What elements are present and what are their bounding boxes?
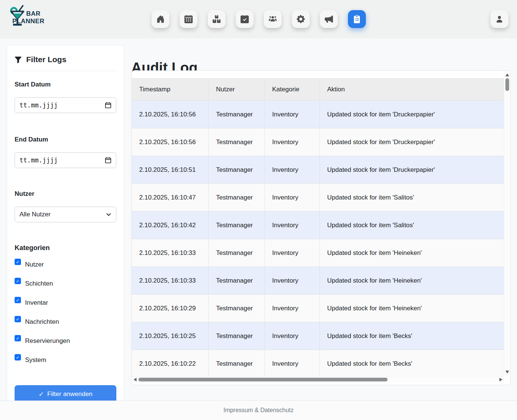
table-row: 2.10.2025, 16:10:42TestmanagerInventoryU… (132, 211, 504, 239)
cell-timestamp: 2.10.2025, 16:10:29 (132, 295, 208, 322)
gear-icon (297, 15, 305, 23)
cell-nutzer: Testmanager (208, 267, 264, 295)
cell-aktion: Updated stock for item 'Druckerpapier' (319, 101, 504, 128)
table-row: 2.10.2025, 16:10:25TestmanagerInventoryU… (132, 322, 504, 350)
category-row-reservierungen[interactable]: Reservierungen (15, 335, 116, 345)
nav-settings-button[interactable] (292, 10, 310, 28)
brand-line1: BAR (26, 10, 40, 17)
audit-log-card: TimestampNutzerKategorieAktion 2.10.2025… (131, 70, 511, 385)
nav-team-button[interactable] (264, 10, 282, 28)
nav-home-button[interactable] (152, 10, 169, 28)
cell-kategorie: Inventory (264, 350, 319, 378)
chevron-down-icon (106, 212, 111, 217)
nav-announcements-button[interactable] (320, 10, 338, 28)
category-row-nachrichten[interactable]: Nachrichten (15, 316, 116, 326)
cell-timestamp: 2.10.2025, 16:10:25 (132, 322, 208, 350)
checkbox-label: Nachrichten (25, 316, 59, 326)
categories-label: Kategorien (15, 244, 116, 252)
cell-aktion: Updated stock for item 'Druckerpapier' (319, 128, 504, 156)
category-row-schichten[interactable]: Schichten (15, 278, 116, 287)
cell-kategorie: Inventory (264, 239, 319, 267)
scroll-down-arrow[interactable] (505, 371, 509, 374)
vertical-scrollbar[interactable] (504, 71, 510, 375)
column-header-timestamp: Timestamp (132, 79, 208, 101)
impressum-link[interactable]: Impressum & Datenschutz (0, 401, 517, 420)
checkbox-nachrichten[interactable] (15, 316, 21, 322)
cell-nutzer: Testmanager (208, 128, 264, 156)
cell-kategorie: Inventory (264, 211, 319, 239)
topbar: BAR PLANNER (0, 0, 517, 39)
checkbox-schichten[interactable] (15, 278, 21, 284)
cell-kategorie: Inventory (264, 184, 319, 211)
cell-kategorie: Inventory (264, 267, 319, 295)
cell-timestamp: 2.10.2025, 16:10:33 (132, 267, 208, 295)
category-row-nutzer[interactable]: Nutzer (15, 259, 116, 268)
cell-nutzer: Testmanager (208, 184, 264, 211)
category-row-system[interactable]: System (15, 354, 116, 364)
brand-line2: PLANNER (12, 18, 45, 25)
cell-nutzer: Testmanager (208, 239, 264, 267)
horizontal-scrollbar[interactable] (132, 376, 504, 382)
category-row-inventar[interactable]: Inventar (15, 297, 116, 307)
cell-aktion: Updated stock for item 'Salitos' (319, 211, 504, 239)
calendar-picker-icon[interactable] (105, 157, 111, 164)
scroll-right-arrow[interactable] (499, 378, 502, 381)
column-header-nutzer: Nutzer (208, 79, 264, 101)
cell-aktion: Updated stock for item 'Heineken' (319, 267, 504, 295)
cell-nutzer: Testmanager (208, 322, 264, 350)
start-date-label: Start Datum (15, 81, 116, 88)
cell-aktion: Updated stock for item 'Heineken' (319, 239, 504, 267)
cell-kategorie: Inventory (264, 295, 319, 322)
cell-nutzer: Testmanager (208, 350, 264, 378)
nav-calendar-button[interactable] (180, 10, 198, 28)
cell-timestamp: 2.10.2025, 16:10:33 (132, 239, 208, 267)
nav-inventory-button[interactable] (208, 10, 226, 28)
table-row: 2.10.2025, 16:10:56TestmanagerInventoryU… (132, 128, 504, 156)
cell-nutzer: Testmanager (208, 101, 264, 128)
end-date-input[interactable]: tt.mm.jjjj (15, 152, 116, 168)
cell-aktion: Updated stock for item 'Heineken' (319, 295, 504, 322)
horizontal-scroll-thumb[interactable] (138, 378, 388, 381)
checkbox-inventar[interactable] (15, 297, 21, 303)
nav-audit-log-button[interactable] (348, 10, 366, 28)
cell-nutzer: Testmanager (208, 211, 264, 239)
cell-timestamp: 2.10.2025, 16:10:51 (132, 156, 208, 184)
table-row: 2.10.2025, 16:10:22TestmanagerInventoryU… (132, 350, 504, 378)
table-row: 2.10.2025, 16:10:29TestmanagerInventoryU… (132, 295, 504, 322)
calendar-picker-icon[interactable] (105, 102, 111, 109)
cell-aktion: Updated stock for item 'Becks' (319, 322, 504, 350)
table-body: 2.10.2025, 16:10:56TestmanagerInventoryU… (132, 101, 504, 378)
calendar-check-icon (241, 15, 249, 23)
checkbox-reservierungen[interactable] (15, 335, 21, 341)
filter-sidebar: Filter Logs Start Datum tt.mm.jjjj End D… (7, 45, 124, 419)
checkbox-label: Reservierungen (25, 335, 70, 345)
cell-aktion: Updated stock for item 'Druckerpapier' (319, 156, 504, 184)
audit-log-table: TimestampNutzerKategorieAktion 2.10.2025… (132, 78, 504, 378)
divider (13, 71, 118, 71)
app-root: BAR PLANNER (0, 0, 517, 420)
scroll-up-arrow[interactable] (505, 73, 509, 76)
checkbox-nutzer[interactable] (15, 259, 21, 265)
start-date-placeholder: tt.mm.jjjj (19, 101, 105, 109)
table-row: 2.10.2025, 16:10:51TestmanagerInventoryU… (132, 156, 504, 184)
cell-aktion: Updated stock for item 'Salitos' (319, 184, 504, 211)
profile-button[interactable] (490, 10, 508, 28)
nav-tasks-button[interactable] (236, 10, 254, 28)
cell-kategorie: Inventory (264, 128, 319, 156)
vertical-scroll-thumb[interactable] (505, 78, 509, 91)
table-row: 2.10.2025, 16:10:56TestmanagerInventoryU… (132, 101, 504, 128)
user-select[interactable]: Alle Nutzer (15, 207, 116, 222)
bar-planner-logo[interactable]: BAR PLANNER (9, 4, 65, 34)
column-header-kategorie: Kategorie (264, 79, 319, 101)
table-row: 2.10.2025, 16:10:47TestmanagerInventoryU… (132, 184, 504, 211)
cell-timestamp: 2.10.2025, 16:10:56 (132, 128, 208, 156)
cell-timestamp: 2.10.2025, 16:10:56 (132, 101, 208, 128)
scroll-left-arrow[interactable] (134, 378, 137, 381)
calendar-icon (184, 15, 193, 23)
boxes-icon (212, 15, 221, 23)
cell-timestamp: 2.10.2025, 16:10:47 (132, 184, 208, 211)
checkbox-system[interactable] (15, 354, 21, 360)
checkbox-label: System (25, 354, 46, 364)
megaphone-icon (325, 15, 333, 23)
start-date-input[interactable]: tt.mm.jjjj (15, 97, 116, 113)
